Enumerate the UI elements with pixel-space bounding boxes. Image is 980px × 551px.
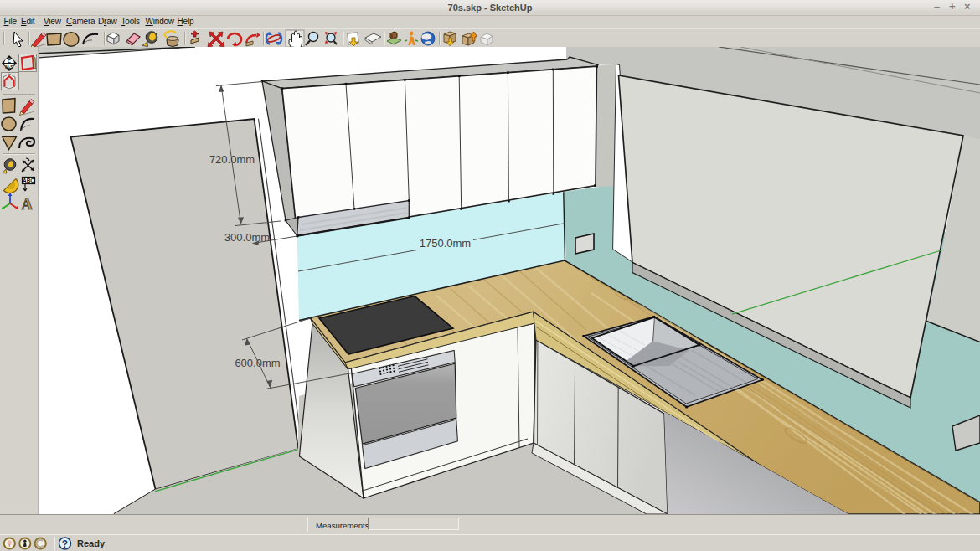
svg-text:?: ? [62, 538, 68, 550]
svg-text:720.0mm: 720.0mm [209, 153, 255, 166]
svg-text:300.0mm: 300.0mm [224, 231, 270, 244]
svg-text:M·S: M·S [5, 64, 13, 70]
svg-text:A: A [21, 195, 33, 213]
svg-text:600.0mm: 600.0mm [235, 357, 280, 369]
svg-text:C: C [8, 59, 11, 64]
svg-text:1750.0mm: 1750.0mm [420, 237, 471, 250]
svg-text:ABC: ABC [23, 178, 34, 183]
